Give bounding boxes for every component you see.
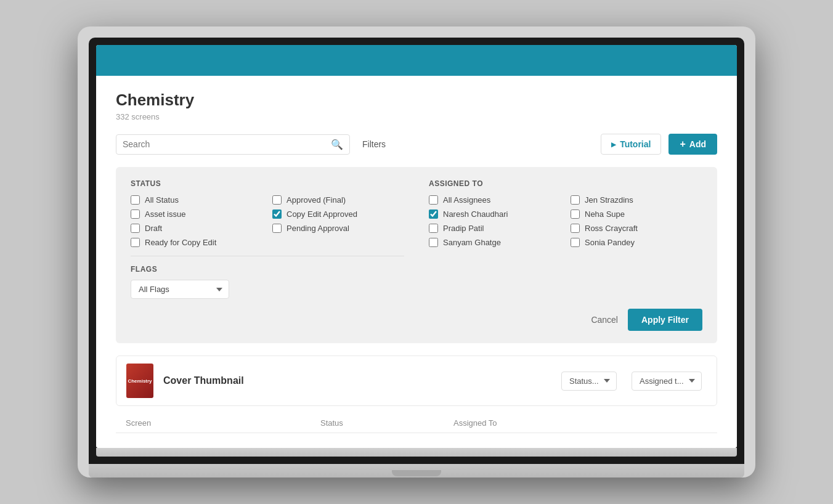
plus-icon: + (680, 139, 685, 150)
assigned-pradip[interactable]: Pradip Patil (429, 224, 561, 233)
cancel-button[interactable]: Cancel (591, 315, 618, 325)
status-all[interactable]: All Status (131, 195, 262, 205)
assigned-sonia[interactable]: Sonia Pandey (571, 238, 702, 247)
assigned-naresh-label: Naresh Chaudhari (443, 209, 508, 219)
status-approved-final[interactable]: Approved (Final) (272, 195, 404, 205)
assigned-neha-checkbox[interactable] (571, 209, 580, 219)
status-dropdown[interactable]: Status... (561, 372, 617, 391)
assigned-all[interactable]: All Assignees (429, 195, 561, 205)
status-asset-issue[interactable]: Asset issue (131, 209, 262, 219)
play-icon: ▶ (611, 141, 616, 148)
page-title: Chemistry (116, 91, 717, 110)
assigned-naresh-checkbox[interactable] (429, 209, 438, 219)
status-draft-label: Draft (145, 224, 162, 233)
flags-title: FLAGS (131, 265, 404, 274)
status-copy-edit-approved[interactable]: Copy Edit Approved (272, 209, 404, 219)
assigned-section-title: ASSIGNED TO (429, 179, 702, 188)
status-draft[interactable]: Draft (131, 224, 262, 233)
assigned-jen-checkbox[interactable] (571, 195, 580, 205)
filter-panel: STATUS All Status Approved (Final) (116, 167, 717, 343)
filter-actions: Cancel Apply Filter (131, 309, 702, 331)
status-ready-copy-edit-label: Ready for Copy Edit (145, 238, 216, 247)
status-asset-issue-label: Asset issue (145, 209, 185, 219)
status-ready-copy-edit-checkbox[interactable] (131, 238, 140, 247)
status-all-checkbox[interactable] (131, 195, 140, 205)
col-assigned-to: Assigned To (453, 418, 707, 428)
status-pending-approval[interactable]: Pending Approval (272, 224, 404, 233)
assigned-all-label: All Assignees (443, 195, 490, 205)
add-button[interactable]: + Add (668, 134, 717, 155)
apply-filter-button[interactable]: Apply Filter (628, 309, 702, 331)
assigned-neha-label: Neha Supe (585, 209, 625, 219)
status-all-label: All Status (145, 195, 179, 205)
status-copy-edit-approved-label: Copy Edit Approved (286, 209, 357, 219)
flags-section: FLAGS All Flags (131, 256, 404, 299)
assigned-all-checkbox[interactable] (429, 195, 438, 205)
col-screen: Screen (126, 418, 311, 428)
top-bar (96, 45, 737, 76)
assigned-pradip-checkbox[interactable] (429, 224, 438, 233)
assigned-ross-label: Ross Craycraft (585, 224, 638, 233)
status-pending-approval-checkbox[interactable] (272, 224, 282, 233)
search-wrapper: 🔍 (116, 134, 350, 155)
assigned-jen-label: Jen Strazdins (585, 195, 633, 205)
assigned-pradip-label: Pradip Patil (443, 224, 484, 233)
assigned-jen[interactable]: Jen Strazdins (571, 195, 702, 205)
status-pending-approval-label: Pending Approval (286, 224, 349, 233)
assigned-dropdown[interactable]: Assigned t... (632, 372, 702, 391)
table-header: Screen Status Assigned To (116, 413, 717, 433)
status-filter-col: STATUS All Status Approved (Final) (131, 179, 404, 299)
assigned-ross[interactable]: Ross Craycraft (571, 224, 702, 233)
search-icon[interactable]: 🔍 (331, 139, 343, 150)
assigned-ross-checkbox[interactable] (571, 224, 580, 233)
book-thumbnail: Chemistry (126, 364, 153, 398)
laptop-notch (392, 470, 441, 476)
book-card: Chemistry Cover Thumbnail Status... Assi… (116, 356, 717, 406)
toolbar: 🔍 Filters ▶ Tutorial + Add (116, 134, 717, 155)
status-asset-issue-checkbox[interactable] (131, 209, 140, 219)
status-approved-final-label: Approved (Final) (286, 195, 346, 205)
add-label: Add (689, 139, 706, 149)
status-draft-checkbox[interactable] (131, 224, 140, 233)
tutorial-label: Tutorial (620, 139, 651, 149)
assigned-sonia-label: Sonia Pandey (585, 238, 635, 247)
book-card-title: Cover Thumbnail (163, 375, 551, 386)
col-status: Status (320, 418, 444, 428)
assigned-sanyam-label: Sanyam Ghatge (443, 238, 501, 247)
search-input[interactable] (123, 139, 331, 149)
filters-label: Filters (362, 139, 386, 149)
page-subtitle: 332 screens (116, 112, 717, 121)
status-section-title: STATUS (131, 179, 404, 188)
assigned-sanyam-checkbox[interactable] (429, 238, 438, 247)
status-copy-edit-approved-checkbox[interactable] (272, 209, 282, 219)
assigned-sanyam[interactable]: Sanyam Ghatge (429, 238, 561, 247)
book-text: Chemistry (128, 378, 152, 384)
flags-select[interactable]: All Flags (131, 280, 229, 299)
assigned-naresh[interactable]: Naresh Chaudhari (429, 209, 561, 219)
assigned-sonia-checkbox[interactable] (571, 238, 580, 247)
tutorial-button[interactable]: ▶ Tutorial (601, 134, 661, 155)
assigned-filter-col: ASSIGNED TO All Assignees Jen Strazdins (429, 179, 702, 299)
assigned-neha[interactable]: Neha Supe (571, 209, 702, 219)
status-ready-copy-edit[interactable]: Ready for Copy Edit (131, 238, 262, 247)
status-approved-final-checkbox[interactable] (272, 195, 282, 205)
